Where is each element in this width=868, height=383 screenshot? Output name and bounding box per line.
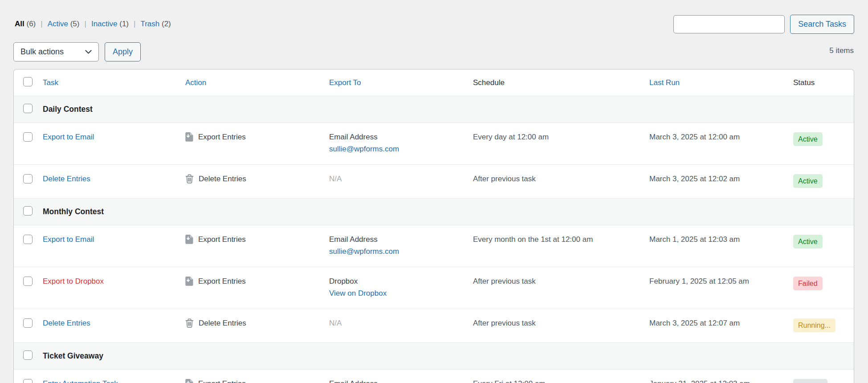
status-badge: Active xyxy=(793,132,823,146)
export-entries-icon xyxy=(185,235,193,247)
filter-link-inactive[interactable]: Inactive (1) xyxy=(91,20,129,29)
task-row: Entry Automation TaskExport EntriesEmail… xyxy=(14,369,854,383)
filter-label: All xyxy=(15,20,24,28)
filter-count: (5) xyxy=(70,20,80,28)
bulk-actions-selected-value: Bulk actions xyxy=(20,47,64,57)
search-tasks-button[interactable]: Search Tasks xyxy=(790,15,854,34)
trash-icon xyxy=(185,174,194,186)
filter-count: (6) xyxy=(26,20,36,28)
filter-link-all[interactable]: All (6) xyxy=(15,20,36,29)
filter-label: Active xyxy=(48,20,68,28)
row-checkbox[interactable] xyxy=(23,277,33,286)
task-row: Export to DropboxExport EntriesDropboxVi… xyxy=(14,267,854,309)
action-label: Delete Entries xyxy=(199,318,246,328)
row-checkbox[interactable] xyxy=(23,174,33,183)
group-title: Daily Contest xyxy=(43,105,93,114)
items-count: 5 items xyxy=(829,46,854,55)
export-destination-link[interactable]: View on Dropbox xyxy=(329,289,473,298)
action-label: Delete Entries xyxy=(199,174,246,184)
column-header-action[interactable]: Action xyxy=(185,78,206,87)
trash-icon xyxy=(185,318,194,330)
apply-button[interactable]: Apply xyxy=(105,42,141,61)
last-run-text: January 31, 2025 at 12:03 am xyxy=(649,379,793,383)
task-name-link[interactable]: Delete Entries xyxy=(43,319,90,327)
row-checkbox[interactable] xyxy=(23,206,33,216)
task-name-link[interactable]: Delete Entries xyxy=(43,175,90,183)
group-row: Daily Contest xyxy=(14,96,854,122)
export-destination: N/A xyxy=(329,318,473,328)
schedule-text: Every month on the 1st at 12:00 am xyxy=(473,235,649,257)
group-row: Monthly Contest xyxy=(14,198,854,225)
status-badge: Active xyxy=(793,174,823,188)
search-tasks-input[interactable] xyxy=(673,15,785,33)
column-header-last-run[interactable]: Last Run xyxy=(649,78,680,87)
filter-label: Trash xyxy=(140,20,159,28)
schedule-text: After previous task xyxy=(473,174,649,188)
export-entries-icon xyxy=(185,379,193,383)
export-entries-icon xyxy=(185,132,193,144)
bulk-actions-select[interactable]: Bulk actions xyxy=(13,42,99,61)
row-checkbox[interactable] xyxy=(23,235,33,244)
filter-separator: | xyxy=(41,20,42,29)
filter-link-trash[interactable]: Trash (2) xyxy=(140,20,171,29)
row-checkbox[interactable] xyxy=(23,350,33,360)
table-header-row: TaskActionExport ToScheduleLast RunStatu… xyxy=(14,69,854,96)
last-run-text: March 3, 2025 at 12:02 am xyxy=(649,174,793,188)
status-badge: Failed xyxy=(793,277,823,290)
task-name-link[interactable]: Export to Email xyxy=(43,133,94,141)
filter-separator: | xyxy=(84,20,86,29)
search-area: Search Tasks xyxy=(673,15,854,34)
task-row: Delete EntriesDelete EntriesN/AAfter pre… xyxy=(14,164,854,198)
row-checkbox[interactable] xyxy=(23,132,33,142)
last-run-text: February 1, 2025 at 12:05 am xyxy=(649,277,793,298)
filter-link-active[interactable]: Active (5) xyxy=(48,20,80,29)
column-header-export-to[interactable]: Export To xyxy=(329,78,361,87)
export-destination: Email Address xyxy=(329,379,473,383)
column-header-task[interactable]: Task xyxy=(43,78,58,87)
row-checkbox[interactable] xyxy=(23,104,33,113)
last-run-text: March 3, 2025 at 12:07 am xyxy=(649,318,793,332)
row-checkbox[interactable] xyxy=(23,379,33,383)
chevron-down-icon xyxy=(85,47,92,57)
action-label: Export Entries xyxy=(198,132,246,142)
task-row: Delete EntriesDelete EntriesN/AAfter pre… xyxy=(14,309,854,342)
schedule-text: Every Fri at 12:00 am xyxy=(473,379,649,383)
filter-separator: | xyxy=(134,20,135,29)
status-badge: Inactive xyxy=(793,379,827,383)
status-badge: Active xyxy=(793,235,823,249)
export-entries-icon xyxy=(185,277,193,289)
action-label: Export Entries xyxy=(198,379,246,383)
bulk-actions-row: Bulk actions Apply xyxy=(13,42,141,61)
task-name-link[interactable]: Export to Dropbox xyxy=(43,277,104,285)
export-destination: Dropbox xyxy=(329,277,473,286)
tasks-admin-page: All (6)|Active (5)|Inactive (1)|Trash (2… xyxy=(0,0,868,383)
export-destination-link[interactable]: sullie@wpforms.com xyxy=(329,247,473,257)
row-checkbox[interactable] xyxy=(23,318,33,328)
task-name-link[interactable]: Export to Email xyxy=(43,235,94,244)
toolbar: All (6)|Active (5)|Inactive (1)|Trash (2… xyxy=(13,0,854,69)
table-body: Daily ContestExport to EmailExport Entri… xyxy=(14,96,854,383)
last-run-text: March 3, 2025 at 12:00 am xyxy=(649,132,793,154)
select-all-checkbox[interactable] xyxy=(23,77,33,86)
schedule-text: Every day at 12:00 am xyxy=(473,132,649,154)
tasks-table: TaskActionExport ToScheduleLast RunStatu… xyxy=(13,69,854,383)
export-destination: Email Address xyxy=(329,235,473,244)
status-filter-links: All (6)|Active (5)|Inactive (1)|Trash (2… xyxy=(15,20,171,29)
group-row: Ticket Giveaway xyxy=(14,342,854,369)
column-header-status: Status xyxy=(793,78,815,87)
filter-label: Inactive xyxy=(91,20,118,28)
column-header-schedule: Schedule xyxy=(473,78,505,87)
filter-count: (2) xyxy=(162,20,171,28)
filter-count: (1) xyxy=(119,20,129,28)
export-destination-link[interactable]: sullie@wpforms.com xyxy=(329,144,473,154)
task-row: Export to EmailExport EntriesEmail Addre… xyxy=(14,225,854,267)
schedule-text: After previous task xyxy=(473,318,649,332)
group-title: Ticket Giveaway xyxy=(43,351,103,360)
task-row: Export to EmailExport EntriesEmail Addre… xyxy=(14,122,854,164)
task-name-link[interactable]: Entry Automation Task xyxy=(43,379,118,383)
action-label: Export Entries xyxy=(198,235,246,244)
schedule-text: After previous task xyxy=(473,277,649,298)
export-destination: Email Address xyxy=(329,132,473,142)
export-destination: N/A xyxy=(329,174,473,184)
status-badge: Running... xyxy=(793,318,835,332)
